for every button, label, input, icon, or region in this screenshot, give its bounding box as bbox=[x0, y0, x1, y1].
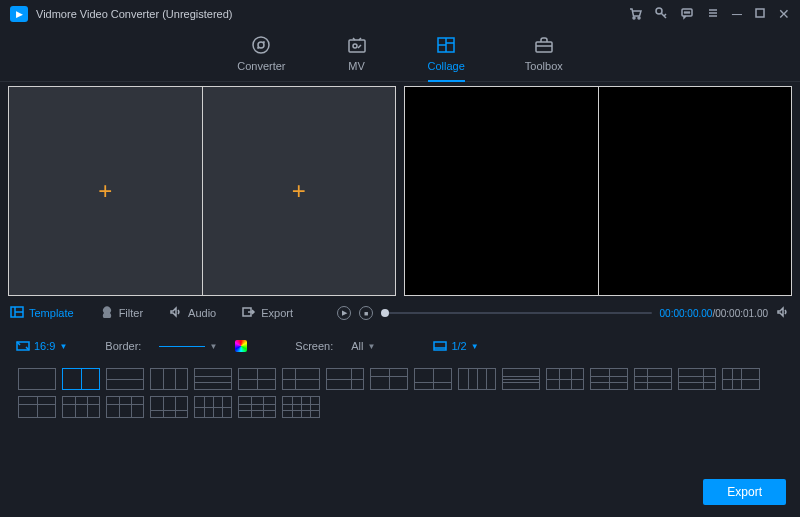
tab-template[interactable]: Template bbox=[10, 306, 74, 320]
nav-converter[interactable]: Converter bbox=[237, 28, 285, 81]
template-item[interactable] bbox=[62, 368, 100, 390]
template-item[interactable] bbox=[18, 396, 56, 418]
template-item[interactable] bbox=[370, 368, 408, 390]
preview-slot-1 bbox=[405, 87, 599, 295]
converter-icon bbox=[250, 34, 272, 56]
template-item[interactable] bbox=[546, 368, 584, 390]
timecode: 00:00:00.00/00:00:01.00 bbox=[660, 308, 768, 319]
template-item[interactable] bbox=[194, 396, 232, 418]
template-item[interactable] bbox=[590, 368, 628, 390]
tab-filter[interactable]: Filter bbox=[100, 306, 143, 320]
toolbox-icon bbox=[533, 34, 555, 56]
template-item[interactable] bbox=[106, 368, 144, 390]
screen-dropdown[interactable]: All ▼ bbox=[351, 340, 375, 352]
svg-point-5 bbox=[687, 12, 688, 13]
template-item[interactable] bbox=[458, 368, 496, 390]
progress-bar[interactable] bbox=[381, 312, 652, 314]
template-item[interactable] bbox=[634, 368, 672, 390]
key-icon[interactable] bbox=[654, 6, 668, 23]
svg-point-8 bbox=[253, 37, 269, 53]
svg-point-6 bbox=[689, 12, 690, 13]
plus-icon: + bbox=[98, 177, 112, 205]
mv-icon bbox=[346, 34, 368, 56]
export-icon bbox=[242, 306, 256, 320]
add-slot-2[interactable]: + bbox=[203, 87, 396, 295]
stop-button[interactable]: ■ bbox=[359, 306, 373, 320]
preview-pane bbox=[404, 86, 792, 296]
svg-rect-7 bbox=[756, 9, 764, 17]
svg-point-0 bbox=[633, 17, 635, 19]
nav-label: Toolbox bbox=[525, 60, 563, 72]
tab-audio[interactable]: Audio bbox=[169, 306, 216, 320]
play-button[interactable]: ▶ bbox=[337, 306, 351, 320]
nav-label: MV bbox=[348, 60, 365, 72]
template-item[interactable] bbox=[678, 368, 716, 390]
screen-label: Screen: bbox=[295, 340, 333, 352]
template-item[interactable] bbox=[150, 396, 188, 418]
svg-point-10 bbox=[353, 44, 357, 48]
template-item[interactable] bbox=[502, 368, 540, 390]
template-item[interactable] bbox=[62, 396, 100, 418]
cart-icon[interactable] bbox=[628, 6, 642, 23]
nav-toolbox[interactable]: Toolbox bbox=[525, 28, 563, 81]
chevron-down-icon: ▼ bbox=[209, 342, 217, 351]
template-item[interactable] bbox=[238, 368, 276, 390]
tab-label: Filter bbox=[119, 307, 143, 319]
collage-editor: + + bbox=[8, 86, 396, 296]
progress-handle[interactable] bbox=[381, 309, 389, 317]
preview-slot-2 bbox=[599, 87, 792, 295]
template-item[interactable] bbox=[722, 368, 760, 390]
tab-label: Template bbox=[29, 307, 74, 319]
template-item[interactable] bbox=[414, 368, 452, 390]
template-item[interactable] bbox=[282, 396, 320, 418]
nav-label: Collage bbox=[428, 60, 465, 72]
nav-mv[interactable]: MV bbox=[346, 28, 368, 81]
collage-icon bbox=[435, 34, 457, 56]
template-item[interactable] bbox=[106, 396, 144, 418]
app-title: Vidmore Video Converter (Unregistered) bbox=[36, 8, 232, 20]
app-logo: ▶ bbox=[10, 6, 28, 22]
add-slot-1[interactable]: + bbox=[9, 87, 203, 295]
page-dropdown[interactable]: 1/2 ▼ bbox=[433, 340, 478, 352]
template-item[interactable] bbox=[282, 368, 320, 390]
nav-collage[interactable]: Collage bbox=[428, 28, 465, 81]
svg-rect-16 bbox=[434, 342, 446, 350]
border-color-picker[interactable] bbox=[235, 340, 247, 352]
template-grid bbox=[0, 360, 800, 426]
menu-icon[interactable] bbox=[706, 6, 720, 23]
chevron-down-icon: ▼ bbox=[368, 342, 376, 351]
audio-icon bbox=[169, 306, 183, 320]
maximize-icon[interactable] bbox=[754, 6, 766, 23]
tab-export[interactable]: Export bbox=[242, 306, 293, 320]
template-item[interactable] bbox=[194, 368, 232, 390]
feedback-icon[interactable] bbox=[680, 6, 694, 23]
border-style-dropdown[interactable]: ▼ bbox=[159, 342, 217, 351]
template-item[interactable] bbox=[238, 396, 276, 418]
chevron-down-icon: ▼ bbox=[59, 342, 67, 351]
export-button[interactable]: Export bbox=[703, 479, 786, 505]
template-item[interactable] bbox=[18, 368, 56, 390]
svg-rect-12 bbox=[536, 42, 552, 52]
template-item[interactable] bbox=[150, 368, 188, 390]
close-icon[interactable]: ✕ bbox=[778, 6, 790, 23]
minimize-icon[interactable]: ─ bbox=[732, 6, 742, 23]
filter-icon bbox=[100, 306, 114, 320]
volume-icon[interactable] bbox=[776, 306, 790, 320]
tab-label: Audio bbox=[188, 307, 216, 319]
plus-icon: + bbox=[292, 177, 306, 205]
svg-point-4 bbox=[685, 12, 686, 13]
ratio-dropdown[interactable]: 16:9 ▼ bbox=[16, 340, 67, 352]
nav-label: Converter bbox=[237, 60, 285, 72]
tab-label: Export bbox=[261, 307, 293, 319]
template-item[interactable] bbox=[326, 368, 364, 390]
svg-point-1 bbox=[638, 17, 640, 19]
border-label: Border: bbox=[105, 340, 141, 352]
chevron-down-icon: ▼ bbox=[471, 342, 479, 351]
template-icon bbox=[10, 306, 24, 320]
